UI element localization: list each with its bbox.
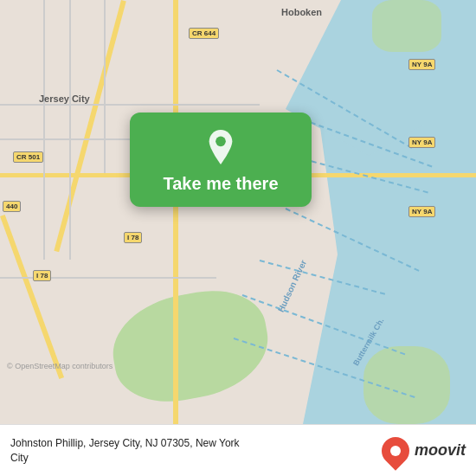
park-bottom (105, 281, 276, 410)
gray-road-v3 (104, 0, 106, 173)
osm-credit: © OpenStreetMap contributors (7, 362, 113, 370)
road-diag1 (54, 0, 125, 252)
gray-road-h1 (0, 104, 260, 106)
bottom-bar: Johnston Phillip, Jersey City, NJ 07305,… (0, 424, 476, 476)
shield-ny9a-1: NY 9A (408, 59, 435, 70)
moovit-icon (376, 431, 415, 470)
road-diag2 (0, 215, 64, 379)
shield-cr644: CR 644 (189, 28, 219, 39)
address-section: Johnston Phillip, Jersey City, NJ 07305,… (10, 436, 382, 466)
moovit-text: moovit (415, 441, 466, 460)
address-text-line2: City (10, 451, 382, 466)
road-v1 (173, 0, 178, 424)
address-text: Johnston Phillip, Jersey City, NJ 07305,… (10, 436, 382, 451)
map-container: CR 644 CR 501 440 I 78 I 78 NY 9A NY 9A … (0, 0, 476, 424)
shield-i78-left: I 78 (33, 270, 51, 281)
hoboken-label: Hoboken (281, 7, 322, 17)
location-pin-icon (203, 130, 238, 164)
svg-point-0 (215, 137, 226, 147)
take-me-there-label: Take me there (163, 173, 278, 194)
shield-ny9a-2: NY 9A (408, 137, 435, 148)
take-me-there-button[interactable]: Take me there (130, 113, 312, 207)
shield-cr501: CR 501 (13, 151, 43, 163)
park-top-right (372, 0, 441, 52)
gray-road-v2 (43, 0, 45, 260)
gray-road-v1 (69, 0, 71, 260)
jersey-city-label: Jersey City (39, 93, 90, 104)
shield-i78-center: I 78 (124, 232, 142, 243)
shield-440: 440 (3, 201, 21, 212)
shield-ny9a-3: NY 9A (408, 206, 435, 217)
moovit-logo[interactable]: moovit (382, 437, 466, 465)
